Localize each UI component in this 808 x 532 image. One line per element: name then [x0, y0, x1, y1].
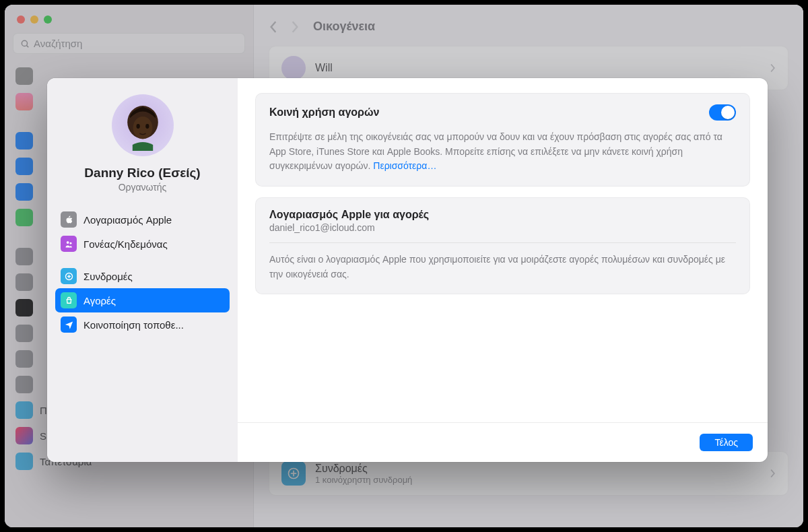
- nav-purchases[interactable]: Αγορές: [55, 288, 230, 312]
- purchase-account-title: Λογαριασμός Apple για αγορές: [269, 209, 736, 221]
- nav-subscriptions[interactable]: Συνδρομές: [55, 264, 230, 288]
- subscriptions-icon: [61, 268, 77, 284]
- purchase-sharing-toggle[interactable]: [709, 104, 736, 121]
- family-member-modal: Danny Rico (Εσείς) Οργανωτής Λογαριασμός…: [47, 78, 768, 462]
- purchase-sharing-description: Επιτρέψτε σε μέλη της οικογένειάς σας να…: [269, 130, 736, 174]
- svg-point-9: [66, 241, 69, 244]
- purchase-sharing-title: Κοινή χρήση αγορών: [269, 106, 379, 119]
- apple-icon: [61, 211, 77, 228]
- family-icon: [61, 236, 77, 252]
- purchase-account-pane: Λογαριασμός Apple για αγορές daniel_rico…: [255, 197, 750, 294]
- nav-label: Αγορές: [83, 295, 116, 306]
- divider: [269, 242, 736, 243]
- purchase-account-description: Αυτός είναι ο λογαριασμός Apple που χρησ…: [269, 253, 736, 281]
- svg-point-6: [133, 117, 152, 139]
- modal-content: Κοινή χρήση αγορών Επιτρέψτε σε μέλη της…: [238, 78, 768, 462]
- svg-point-7: [136, 124, 139, 129]
- nav-label: Κοινοποίηση τοποθε...: [83, 319, 184, 331]
- user-avatar: [112, 94, 174, 156]
- nav-label: Συνδρομές: [83, 271, 133, 282]
- done-button[interactable]: Τέλος: [700, 434, 753, 451]
- nav-apple-account[interactable]: Λογαριασμός Apple: [55, 207, 230, 232]
- nav-parent-guardian[interactable]: Γονέας/Κηδεμόνας: [55, 232, 230, 256]
- nav-location-sharing[interactable]: Κοινοποίηση τοποθε...: [55, 312, 230, 337]
- modal-footer: Τέλος: [238, 422, 768, 462]
- user-role: Οργανωτής: [119, 182, 167, 193]
- more-link[interactable]: Περισσότερα…: [373, 160, 436, 171]
- purchase-account-email: daniel_rico1@icloud.com: [269, 222, 736, 233]
- modal-sidebar: Danny Rico (Εσείς) Οργανωτής Λογαριασμός…: [47, 78, 238, 462]
- svg-point-8: [145, 124, 149, 129]
- nav-label: Λογαριασμός Apple: [83, 214, 172, 226]
- nav-label: Γονέας/Κηδεμόνας: [83, 238, 168, 250]
- purchase-sharing-pane: Κοινή χρήση αγορών Επιτρέψτε σε μέλη της…: [255, 93, 750, 187]
- svg-point-10: [69, 242, 71, 244]
- desc-text: Επιτρέψτε σε μέλη της οικογένειάς σας να…: [269, 131, 722, 171]
- purchases-icon: [61, 292, 77, 308]
- user-name: Danny Rico (Εσείς): [84, 166, 200, 180]
- location-icon: [61, 317, 77, 333]
- memoji-icon: [117, 100, 168, 151]
